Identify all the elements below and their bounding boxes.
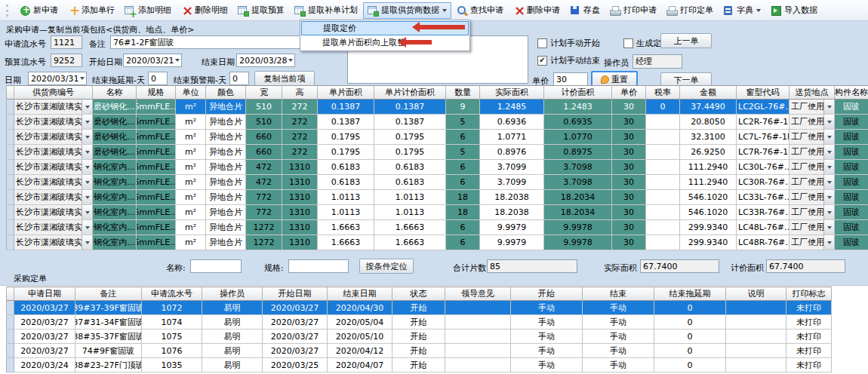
toolbar-button[interactable]: 删除申请 xyxy=(509,2,565,19)
dropdown-arrow-icon[interactable] xyxy=(82,115,92,129)
grid-cell[interactable]: 30 xyxy=(612,130,646,145)
toolbar-button[interactable]: 新申请 xyxy=(15,2,63,19)
grid-cell[interactable]: 30 xyxy=(612,205,646,220)
prev-order-button[interactable]: 上一单 xyxy=(660,33,712,48)
grid-cell[interactable]: 472 xyxy=(246,175,282,190)
column-header[interactable]: 结束日期 xyxy=(328,287,392,301)
grid-cell[interactable]: 固玻 xyxy=(835,205,868,220)
column-header[interactable]: 规格 xyxy=(137,85,176,100)
grid-cell[interactable]: 开始 xyxy=(392,330,445,344)
toolbar-button[interactable]: 打印申请 xyxy=(605,2,661,19)
grid-row[interactable]: 长沙市潇湘玻璃实...钢化室内...6mmFLE...m²异地合片4721310… xyxy=(7,175,868,190)
grid-cell[interactable]: 1.6663 xyxy=(374,235,446,250)
grid-cell[interactable]: m² xyxy=(176,220,206,235)
grid-cell[interactable]: 1310 xyxy=(282,205,318,220)
dropdown-arrow-icon[interactable] xyxy=(823,235,834,250)
grid-cell[interactable]: 0.1387 xyxy=(318,100,374,115)
grid-cell[interactable]: 272 xyxy=(282,115,318,130)
grid-cell[interactable]: 长沙市潇湘玻璃实... xyxy=(14,190,93,205)
grid-cell[interactable]: 未打印 xyxy=(786,315,832,330)
grid-row[interactable]: 长沙市潇湘玻璃实...钢化室内...6mmFLE...m²异地合片7721310… xyxy=(7,205,868,220)
grid-row[interactable]: 长沙市潇湘玻璃实...磨砂钢化...6mmFLE...m²异地合片6602720… xyxy=(7,130,868,145)
column-header[interactable]: 送货地点 xyxy=(790,85,835,100)
delay-days-input[interactable] xyxy=(148,72,168,85)
grid-cell[interactable]: 18.2034 xyxy=(544,190,612,205)
grid-cell[interactable]: 660 xyxy=(246,145,282,160)
grid-cell[interactable] xyxy=(445,358,511,372)
grid-cell[interactable]: m² xyxy=(176,115,206,130)
grid-cell[interactable]: 2020/03/25 xyxy=(263,358,328,372)
grid-cell[interactable]: 0 xyxy=(654,315,726,330)
grid-cell[interactable]: 3.7098 xyxy=(544,175,612,190)
grid-cell[interactable]: 工厂使用 xyxy=(790,115,835,130)
grid-cell[interactable]: 易明 xyxy=(202,330,263,344)
row-indicator[interactable] xyxy=(7,175,14,190)
grid-cell[interactable]: 272 xyxy=(282,130,318,145)
grid-cell[interactable]: 固玻 xyxy=(835,160,868,175)
grid-cell[interactable] xyxy=(726,344,786,358)
toolbar-button[interactable]: 删除明细 xyxy=(177,2,232,19)
grid-cell[interactable]: 工厂使用 xyxy=(790,220,835,235)
grid-cell[interactable]: 手动 xyxy=(583,315,654,330)
grid-row[interactable]: 2020/03/2789#37-39F窗固玻1072易明2020/03/2720… xyxy=(7,301,832,315)
grid-cell[interactable]: 0.1795 xyxy=(374,130,446,145)
grid-cell[interactable] xyxy=(726,315,786,330)
grid-cell[interactable]: 手动 xyxy=(511,315,583,330)
dropdown-arrow-icon[interactable] xyxy=(82,145,92,159)
start-date-picker[interactable]: 2020/03/21 xyxy=(123,54,182,67)
row-indicator[interactable] xyxy=(7,358,14,372)
grid-cell[interactable]: 1.6663 xyxy=(374,220,446,235)
grid-cell[interactable] xyxy=(726,301,786,315)
grid-cell[interactable]: 30 xyxy=(612,190,646,205)
manual-end-checkbox[interactable]: ✔ 计划手动结束 xyxy=(537,55,600,66)
dropdown-arrow-icon[interactable] xyxy=(82,175,92,189)
grid-cell[interactable]: 18.2038 xyxy=(480,205,544,220)
column-header[interactable]: 高 xyxy=(282,85,318,100)
grid-cell[interactable]: 6mmFLE... xyxy=(137,235,176,250)
grid-cell[interactable]: m² xyxy=(176,175,206,190)
grid-cell[interactable]: 异地合片 xyxy=(206,190,246,205)
grid-row[interactable]: 长沙市潇湘玻璃实...钢化室内...6mmFLE...m²异地合片4721310… xyxy=(7,160,868,175)
warn-days-input[interactable] xyxy=(229,72,249,85)
grid-cell[interactable]: 钢化室内... xyxy=(93,205,137,220)
grid-cell[interactable]: 手动 xyxy=(511,330,583,344)
column-header[interactable]: 单片计价面积 xyxy=(374,85,446,100)
grid-cell[interactable]: LC2R-76#-1F xyxy=(737,115,790,130)
grid-cell[interactable] xyxy=(646,220,680,235)
grid-cell[interactable]: 1035 xyxy=(142,358,202,372)
column-header[interactable]: 税率 xyxy=(646,85,680,100)
grid-cell[interactable]: 30 xyxy=(612,160,646,175)
grid-cell[interactable]: 手动 xyxy=(583,330,654,344)
grid-cell[interactable]: 111.2940 xyxy=(680,160,737,175)
grid-cell[interactable]: 2020/04/12 xyxy=(328,344,392,358)
grid-cell[interactable]: 0.6183 xyxy=(318,175,374,190)
grid-cell[interactable]: 固玻 xyxy=(835,130,868,145)
grid-cell[interactable]: 1310 xyxy=(282,220,318,235)
grid-cell[interactable]: 87#31-34F窗固玻 xyxy=(75,315,142,330)
operator-field[interactable]: 经理 xyxy=(633,54,682,69)
grid-cell[interactable]: 开始 xyxy=(392,358,445,372)
grid-cell[interactable]: 固玻 xyxy=(835,115,868,130)
grid-cell[interactable]: 3.7099 xyxy=(480,160,544,175)
grid-row[interactable]: 长沙市潇湘玻璃实...钢化室内...6mmFLE...m²异地合片1272131… xyxy=(7,235,868,250)
grid-row[interactable]: 长沙市潇湘玻璃实...磨砂钢化...6mmFLE...m²异地合片6602720… xyxy=(7,145,868,160)
grid-cell[interactable]: 长沙市潇湘玻璃实... xyxy=(14,175,93,190)
dropdown-arrow-icon[interactable] xyxy=(823,130,834,144)
grid-cell[interactable]: 18 xyxy=(446,205,480,220)
dropdown-arrow-icon[interactable] xyxy=(823,205,834,219)
filter-name-input[interactable] xyxy=(190,259,242,273)
grid-cell[interactable]: 9.9979 xyxy=(480,220,544,235)
column-header[interactable]: 单片面积 xyxy=(318,85,374,100)
grid-cell[interactable]: 6 xyxy=(446,175,480,190)
grid-cell[interactable]: 手动 xyxy=(511,301,583,315)
chevron-down-icon[interactable] xyxy=(174,54,181,66)
dropdown-arrow-icon[interactable] xyxy=(82,205,92,219)
grid-cell[interactable]: 6 xyxy=(446,160,480,175)
grid-row[interactable]: 2020/03/2774#9F窗固玻1076易明2020/03/272020/0… xyxy=(7,344,832,358)
grid-cell[interactable]: 1272 xyxy=(246,220,282,235)
row-indicator[interactable] xyxy=(7,220,14,235)
column-header[interactable]: 备注 xyxy=(75,287,142,301)
dropdown-arrow-icon[interactable] xyxy=(82,130,92,144)
grid-cell[interactable]: 异地合片 xyxy=(206,115,246,130)
grid-cell[interactable]: 0.6936 xyxy=(480,115,544,130)
